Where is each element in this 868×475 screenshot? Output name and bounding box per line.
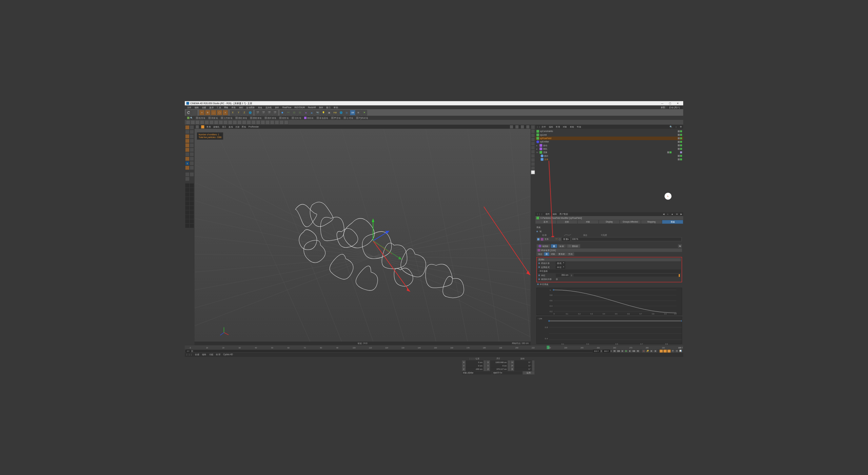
prev-frame-button[interactable]: ◀	[620, 349, 624, 353]
attr-tab-falloff[interactable]: 衰减	[662, 220, 683, 224]
scale-tool[interactable]: ⬚	[211, 110, 216, 115]
om-menu-file[interactable]: 文件	[542, 126, 546, 129]
swatch[interactable]	[190, 206, 194, 210]
misc[interactable]	[190, 166, 194, 170]
om-icon[interactable]: ⋮⋮⋮	[536, 126, 539, 128]
swatch[interactable]	[185, 188, 190, 192]
coord-system[interactable]: 🌐	[248, 110, 253, 115]
misc[interactable]	[190, 143, 194, 148]
menu-realflow[interactable]: RealFlow	[281, 106, 293, 109]
attr-nav-icon[interactable]: ▶	[680, 213, 682, 215]
radius-input[interactable]: 350 cm	[556, 274, 569, 277]
vp-nav-icon[interactable]	[526, 125, 529, 128]
coord-space-dropdown[interactable]: 对象 (相对) ▾	[462, 371, 492, 374]
vs-btn[interactable]	[531, 158, 535, 162]
swatch[interactable]	[185, 192, 190, 197]
object-tree[interactable]: xpConstraints xpLimit xpFlowField xpEmit…	[535, 129, 683, 212]
make-editable[interactable]	[190, 125, 194, 130]
om-search-icon[interactable]: 🔍	[670, 126, 672, 128]
ring-icon[interactable]	[559, 238, 561, 240]
spinner-icon[interactable]: ⇕	[571, 274, 573, 277]
viewport-3d[interactable]: Number of emitters: 1 Total live particl…	[195, 129, 531, 342]
om-filter-icon[interactable]: ⋮	[675, 126, 677, 128]
key-button[interactable]: ◆	[650, 349, 653, 353]
expand-icon[interactable]: ▸	[536, 148, 539, 150]
subtab-remap[interactable]: 重映射	[566, 244, 580, 248]
misc-button[interactable]: 📊	[679, 349, 682, 353]
misc[interactable]	[190, 139, 194, 143]
vs-btn[interactable]	[531, 154, 535, 158]
vp-nav-icon[interactable]	[510, 125, 513, 128]
move-tool[interactable]: ✥	[205, 110, 211, 115]
radius-falloff-graph[interactable]: 1 0.8 0.6 0.4 0.2 00.10.20.30.40.50.60.7…	[536, 288, 682, 315]
texture-mode[interactable]	[185, 130, 190, 134]
menu-pipeline[interactable]: 流水线	[264, 106, 273, 109]
life-graph[interactable]: ◦ Life 0.8 0.4 0.10.30.50.70.9	[536, 317, 682, 344]
sub-btn[interactable]	[200, 120, 204, 125]
field-python[interactable]: Python域	[355, 116, 369, 119]
vp-nav-icon[interactable]	[515, 125, 518, 128]
subtab-extra[interactable]: ⇆	[678, 244, 682, 248]
swatch[interactable]	[190, 210, 194, 215]
field-cylinder[interactable]: 圆柱体域	[234, 116, 248, 119]
slider-handle[interactable]	[679, 274, 680, 277]
workplane2[interactable]	[185, 166, 190, 170]
range-end[interactable]: 300 F	[593, 350, 600, 353]
menu-insydium[interactable]: INSYDIUM	[293, 106, 307, 109]
key-button2[interactable]: ◆	[654, 349, 657, 353]
field-cube[interactable]: 立方体域	[220, 116, 234, 119]
mm-menu-texture[interactable]: 纹理	[216, 353, 220, 356]
field-linear[interactable]: 线性域	[195, 116, 206, 119]
sub-btn[interactable]	[265, 120, 270, 125]
sub-btn[interactable]	[256, 120, 260, 125]
vs-btn[interactable]	[531, 166, 535, 170]
object-row[interactable]: xpEmitter	[535, 140, 683, 144]
sub-btn[interactable]	[279, 120, 284, 125]
vs-btn[interactable]	[531, 129, 535, 133]
menu-plugin[interactable]: 插件	[273, 106, 281, 109]
misc[interactable]	[190, 152, 194, 157]
swatch[interactable]	[185, 206, 190, 210]
sub-btn[interactable]	[186, 120, 190, 125]
spinner-icon[interactable]	[508, 364, 510, 367]
attr-tab-mapping[interactable]: Mapping	[641, 220, 662, 224]
field-search[interactable]: 🔍	[186, 117, 194, 119]
field-sphere[interactable]: 球体域	[207, 116, 219, 119]
vs-btn[interactable]	[531, 150, 535, 154]
pos-z-input[interactable]: -200 cm	[466, 367, 483, 371]
model-mode[interactable]	[185, 125, 190, 130]
vs-btn[interactable]	[531, 170, 535, 174]
object-row[interactable]: 圆环	[535, 154, 683, 157]
menu-window[interactable]: 窗口	[325, 106, 332, 109]
next-key-button[interactable]: ▶▶	[632, 349, 636, 353]
axis-y[interactable]: Y	[236, 110, 241, 115]
menu-mograph[interactable]: 运动图形	[245, 106, 256, 109]
render-button[interactable]: 🎬	[255, 110, 260, 115]
swatch[interactable]	[190, 192, 194, 197]
object-row[interactable]: ▸振动	[535, 144, 683, 147]
generator[interactable]: ⬡	[292, 110, 297, 115]
attr-tab-coord[interactable]: 坐标	[556, 220, 577, 224]
mm-menu-edit[interactable]: 编辑	[202, 353, 206, 356]
swatch[interactable]	[185, 219, 190, 224]
sub-btn[interactable]	[237, 120, 242, 125]
redo-button[interactable]	[192, 110, 197, 115]
mm-menu-function[interactable]: 功能	[209, 353, 214, 356]
prev-key-button[interactable]: ◀◀	[617, 349, 620, 353]
swatch[interactable]	[185, 224, 190, 228]
mm-menu-create[interactable]: 创建	[195, 353, 199, 356]
sub-btn[interactable]	[275, 120, 279, 125]
arrow-mode[interactable]	[190, 130, 194, 134]
spline-tab-direction[interactable]: 方向	[567, 252, 574, 256]
spinner-icon[interactable]	[508, 360, 510, 364]
spline-primitive[interactable]: 〰	[285, 110, 291, 115]
vp-nav-icon[interactable]	[521, 125, 524, 128]
vp-menu-options[interactable]: 选项	[229, 126, 233, 129]
psr-p-button[interactable]: ✦	[659, 349, 663, 353]
radius-slider[interactable]	[574, 274, 680, 277]
axis-mode[interactable]	[185, 152, 190, 157]
om-eye-icon[interactable]: 👁	[680, 126, 682, 128]
tool-globe[interactable]: 🌐	[338, 110, 343, 115]
misc[interactable]	[190, 148, 194, 152]
spinner-icon[interactable]	[484, 367, 486, 371]
